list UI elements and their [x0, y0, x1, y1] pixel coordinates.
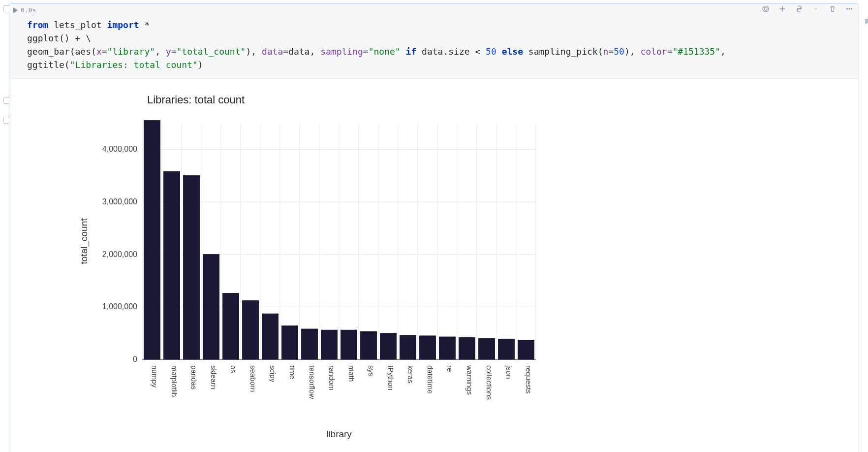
svg-point-0 [763, 6, 769, 12]
x-tick-label: sklearn [210, 365, 218, 389]
chevron-down-icon[interactable] [811, 4, 820, 13]
x-tick-label: pandas [190, 365, 198, 389]
run-indicator[interactable]: 0.0s [13, 5, 36, 15]
x-tick-label: keras [406, 365, 415, 384]
x-tick-label: tensorflow [308, 365, 316, 399]
x-tick-label: re [446, 365, 454, 372]
bar [262, 314, 279, 359]
bar [203, 255, 219, 359]
add-cell-icon[interactable] [778, 4, 787, 13]
x-tick-label: datetime [426, 365, 434, 394]
bar [282, 326, 298, 359]
y-tick-label: 3,000,000 [102, 197, 137, 206]
more-icon[interactable] [845, 4, 854, 13]
trash-icon[interactable] [828, 4, 837, 13]
play-icon [13, 7, 18, 13]
bar [164, 171, 180, 359]
bar [380, 333, 397, 359]
bar [144, 121, 160, 359]
bar [184, 176, 200, 359]
notebook-cell: 0.0s from lets_plot import * ggplot() + … [9, 3, 859, 452]
x-tick-label: math [347, 365, 356, 382]
bar [518, 340, 534, 359]
x-tick-label: os [229, 365, 238, 373]
bar [341, 330, 357, 359]
y-axis-label: total_count [79, 218, 90, 264]
y-tick-label: 4,000,000 [102, 145, 137, 153]
cell-toolbar [761, 4, 854, 13]
x-tick-label: time [288, 365, 297, 379]
cell-output: Libraries: total count01,000,0002,000,00… [9, 79, 859, 452]
bar [439, 337, 456, 359]
x-tick-label: matplotlib [170, 365, 179, 397]
x-tick-label: sys [367, 365, 375, 377]
x-tick-label: numpy [151, 365, 159, 388]
code-input[interactable]: 0.0s from lets_plot import * ggplot() + … [9, 3, 859, 79]
python-icon[interactable] [795, 4, 804, 13]
bar [302, 329, 318, 359]
x-tick-label: warnings [465, 365, 474, 395]
bar [479, 338, 495, 359]
ai-assist-icon[interactable] [761, 4, 770, 13]
bar-chart: Libraries: total count01,000,0002,000,00… [73, 89, 546, 443]
bar [361, 331, 377, 359]
comment-bubble-icon[interactable] [864, 17, 868, 26]
svg-point-3 [849, 8, 850, 9]
x-tick-label: collections [485, 365, 494, 400]
bar [243, 301, 259, 359]
collapse-output-icon[interactable] [3, 117, 10, 124]
x-tick-label: random [328, 365, 336, 390]
bar [400, 335, 416, 359]
x-tick-label: requests [525, 365, 533, 394]
code-text[interactable]: from lets_plot import * ggplot() + \ geo… [27, 7, 854, 71]
svg-point-1 [764, 7, 767, 10]
exec-time-text: 0.0s [21, 5, 36, 15]
y-tick-label: 1,000,000 [102, 302, 137, 311]
x-tick-label: seaborn [249, 365, 257, 392]
x-tick-label: IPython [387, 365, 395, 390]
bar [459, 337, 475, 359]
svg-point-4 [851, 8, 852, 9]
svg-point-2 [846, 8, 847, 9]
bar [321, 330, 338, 359]
x-tick-label: scipy [269, 365, 277, 383]
y-tick-label: 0 [133, 355, 137, 363]
x-axis-label: library [326, 429, 352, 439]
x-tick-label: json [505, 365, 513, 379]
collapse-code-icon[interactable] [3, 97, 10, 104]
bar [498, 339, 515, 359]
bar [420, 336, 436, 359]
y-tick-label: 2,000,000 [102, 250, 137, 258]
bar [223, 293, 239, 359]
chart-title: Libraries: total count [147, 94, 245, 106]
